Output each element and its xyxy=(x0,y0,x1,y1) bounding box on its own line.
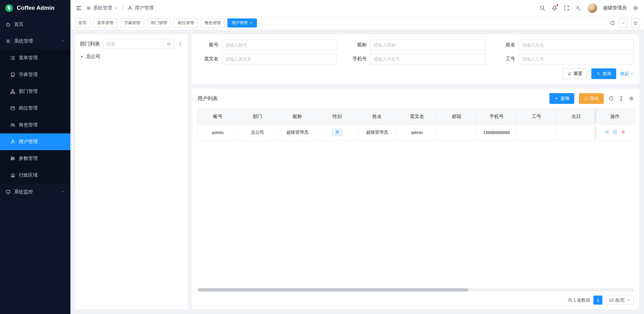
department-panel: 部门列表 总公 xyxy=(75,34,187,309)
gear-icon xyxy=(5,39,11,44)
sidebar-item-region-mgmt[interactable]: 行政区域 xyxy=(0,167,70,184)
user-list-title: 用户列表 xyxy=(198,96,218,102)
query-button[interactable]: 查询 xyxy=(591,68,616,79)
reset-button[interactable]: 重置 xyxy=(562,68,587,79)
export-button[interactable]: 导出 xyxy=(579,93,604,104)
sidebar-item-label: 行政区域 xyxy=(19,172,38,178)
breadcrumb-level1[interactable]: 系统管理 xyxy=(86,5,118,11)
en-name-input[interactable] xyxy=(222,54,337,64)
tab-dict-mgmt[interactable]: 字典管理 xyxy=(120,18,144,27)
phone-input[interactable] xyxy=(370,54,485,64)
search-icon[interactable] xyxy=(539,5,545,11)
delete-row-icon[interactable] xyxy=(621,130,625,134)
cell-nickname: 超级管理员 xyxy=(277,124,317,141)
tab-label: 部门管理 xyxy=(151,20,167,26)
sidebar-item-dict-mgmt[interactable]: 字典管理 xyxy=(0,66,70,83)
chevron-down-icon xyxy=(114,6,118,10)
filter-card: 账号 昵称 姓名 英文名 xyxy=(192,34,639,84)
sliders-icon xyxy=(10,156,15,161)
department-more-icon[interactable] xyxy=(177,41,183,47)
tab-label: 首页 xyxy=(78,20,87,26)
col-header-phone: 手机号 xyxy=(477,109,517,124)
cell-birthday xyxy=(556,124,596,141)
refresh-icon[interactable] xyxy=(610,20,615,26)
nickname-input[interactable] xyxy=(370,40,485,50)
job-no-input[interactable] xyxy=(519,54,634,64)
reset-button-label: 重置 xyxy=(574,71,582,77)
tab-list-dropdown[interactable] xyxy=(619,18,628,27)
cell-name: 超级管理员 xyxy=(357,124,397,141)
sidebar-item-label: 菜单管理 xyxy=(19,55,38,61)
home-icon xyxy=(5,22,11,27)
horizontal-scrollbar[interactable] xyxy=(198,288,634,292)
field-label: 昵称 xyxy=(346,42,367,48)
department-search-input[interactable] xyxy=(103,39,163,49)
translate-icon[interactable]: 文A xyxy=(576,5,582,11)
app-logo[interactable]: Coffee Admin xyxy=(0,0,70,16)
tab-home[interactable]: 首页 xyxy=(74,18,91,27)
name-input[interactable] xyxy=(519,40,634,50)
sidebar-item-label: 岗位管理 xyxy=(19,105,38,111)
department-tree: 总公司 xyxy=(80,54,183,305)
sidebar-item-label: 部门管理 xyxy=(19,88,38,95)
tab-post-mgmt[interactable]: 岗位管理 xyxy=(174,18,198,27)
collapse-filter-link[interactable]: 收起 xyxy=(620,71,634,77)
user-avatar[interactable] xyxy=(588,3,597,13)
sidebar-item-role-mgmt[interactable]: 角色管理 xyxy=(0,117,70,133)
col-header-actions: 操作 xyxy=(596,109,634,124)
breadcrumb-label: 系统管理 xyxy=(93,5,112,11)
tab-role-mgmt[interactable]: 角色管理 xyxy=(201,18,225,27)
page-size-select[interactable]: 10 条/页 xyxy=(606,296,634,305)
edit-row-icon[interactable] xyxy=(613,130,617,134)
account-input[interactable] xyxy=(222,40,337,50)
tab-label: 菜单管理 xyxy=(97,20,113,26)
sidebar-item-menu-mgmt[interactable]: 菜单管理 xyxy=(0,50,70,66)
col-header-dept: 部门 xyxy=(237,109,277,124)
fullscreen-icon[interactable] xyxy=(564,5,570,11)
col-header-account: 账号 xyxy=(198,109,238,124)
filter-field-phone: 手机号 xyxy=(346,54,485,64)
badge-icon xyxy=(10,106,15,111)
sidebar-nav: 首页 系统管理 菜单管理 字典管理 部门管理 xyxy=(0,16,70,314)
book-icon xyxy=(10,72,15,77)
tree-node-root[interactable]: 总公司 xyxy=(80,54,183,60)
field-label: 工号 xyxy=(494,56,515,62)
add-user-button[interactable]: 新增 xyxy=(549,93,574,104)
view-row-icon[interactable] xyxy=(605,130,609,134)
sidebar-group-monitor[interactable]: 系统监控 xyxy=(0,184,70,200)
svg-text:A: A xyxy=(579,8,581,11)
department-search-button[interactable] xyxy=(163,39,174,49)
close-icon[interactable] xyxy=(250,21,253,25)
bank-icon xyxy=(10,173,15,178)
menu-fold-icon[interactable] xyxy=(76,5,82,11)
sidebar-item-dept-mgmt[interactable]: 部门管理 xyxy=(0,83,70,100)
scrollbar-thumb[interactable] xyxy=(198,288,468,292)
tab-user-mgmt[interactable]: 用户管理 xyxy=(227,18,257,27)
tab-dept-mgmt[interactable]: 部门管理 xyxy=(147,18,171,27)
breadcrumb-level2[interactable]: 用户管理 xyxy=(127,5,154,11)
sidebar-item-label: 角色管理 xyxy=(19,122,38,128)
notification-bell-icon[interactable] xyxy=(551,5,557,11)
field-label: 姓名 xyxy=(494,42,515,48)
pagination-page-1[interactable]: 1 xyxy=(593,296,602,305)
gear-icon xyxy=(86,5,91,11)
sidebar-item-user-mgmt[interactable]: 用户管理 xyxy=(0,133,70,150)
sidebar-item-label: 系统监控 xyxy=(14,189,33,195)
field-label: 账号 xyxy=(198,42,218,48)
filter-field-name: 姓名 xyxy=(494,40,634,50)
row-height-icon[interactable] xyxy=(619,96,624,101)
sidebar-item-home[interactable]: 首页 xyxy=(0,16,70,33)
pagination-total: 共 1 条数据 xyxy=(568,297,590,303)
caret-right-icon[interactable] xyxy=(80,55,84,59)
refresh-table-icon[interactable] xyxy=(608,96,614,101)
layout-panel-icon[interactable] xyxy=(631,18,640,27)
sidebar-group-system[interactable]: 系统管理 xyxy=(0,33,70,50)
sidebar-item-param-mgmt[interactable]: 参数管理 xyxy=(0,150,70,167)
sidebar-item-label: 用户管理 xyxy=(19,139,38,145)
sidebar-item-post-mgmt[interactable]: 岗位管理 xyxy=(0,100,70,117)
tab-menu-mgmt[interactable]: 菜单管理 xyxy=(93,18,117,27)
download-icon xyxy=(584,97,588,101)
column-settings-gear-icon[interactable] xyxy=(629,96,634,101)
user-table: 账号 部门 昵称 性别 姓名 英文名 邮箱 手机号 工号 生日 xyxy=(198,109,634,141)
settings-gear-icon[interactable] xyxy=(633,5,639,11)
